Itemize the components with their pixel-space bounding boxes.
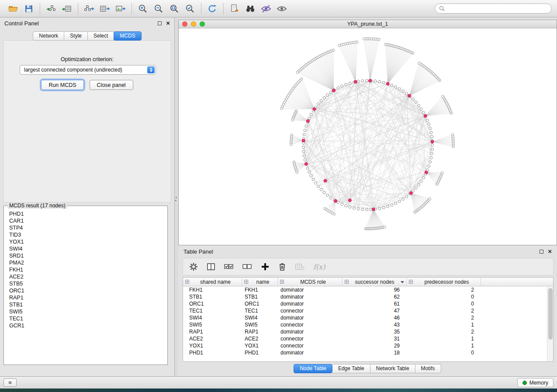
mcds-result-item[interactable]: TID3 xyxy=(5,231,166,238)
table-row[interactable]: FKH1FKH1dominator962 xyxy=(183,286,553,293)
save-button[interactable] xyxy=(21,2,37,15)
mcds-result-item[interactable]: PMA2 xyxy=(5,259,166,266)
mcds-result-item[interactable]: GCR1 xyxy=(5,322,166,329)
refresh-layout-button[interactable] xyxy=(204,2,220,15)
select-all-rows-button[interactable] xyxy=(224,263,234,271)
tab-motifs[interactable]: Motifs xyxy=(415,364,441,373)
scrollbar-thumb[interactable] xyxy=(548,288,553,340)
mcds-result-group: MCDS result (17 nodes) PHD1CAR1STP4TID3Y… xyxy=(3,203,168,365)
mcds-result-item[interactable]: STP4 xyxy=(5,224,166,231)
tab-mcds[interactable]: MCDS xyxy=(114,31,141,41)
export-image-button[interactable] xyxy=(113,2,128,15)
mcds-result-item[interactable]: TEC1 xyxy=(5,315,166,322)
mcds-result-item[interactable]: RAP1 xyxy=(5,294,166,301)
table-row[interactable]: PHD1PHD1dominator180 xyxy=(183,349,553,356)
window-minimize-button[interactable] xyxy=(191,21,196,27)
table-panel: Table Panel × xyxy=(178,247,557,375)
toolbar-separator xyxy=(40,3,40,14)
table-row[interactable]: ORC1ORC1dominator610 xyxy=(183,300,553,307)
zoom-out-button[interactable] xyxy=(151,2,166,15)
table-panel-close-icon[interactable]: × xyxy=(548,249,552,254)
table-row[interactable]: YOX1YOX1connector291 xyxy=(183,342,553,349)
import-table-file-button[interactable] xyxy=(59,2,75,15)
column-header-mcds-role[interactable]: MCDS role xyxy=(278,278,343,286)
toggle-columns-button[interactable] xyxy=(207,263,215,271)
zoom-fit-button[interactable] xyxy=(166,2,182,15)
show-graphics-button[interactable] xyxy=(274,2,290,15)
add-column-button[interactable] xyxy=(261,262,270,271)
tab-node-table[interactable]: Node Table xyxy=(294,364,332,373)
refresh-icon xyxy=(207,3,218,14)
table-panel-float-icon[interactable] xyxy=(540,250,543,254)
import-table-icon xyxy=(62,4,72,14)
search-box[interactable] xyxy=(435,3,552,14)
memory-status-icon xyxy=(522,381,527,385)
mcds-result-item[interactable]: PHD1 xyxy=(5,210,166,217)
close-panel-button[interactable]: Close panel xyxy=(90,80,133,90)
window-maximize-button[interactable] xyxy=(200,21,205,27)
table-row[interactable]: TEC1TEC1connector472 xyxy=(183,307,553,314)
tab-select[interactable]: Select xyxy=(88,31,114,41)
hide-details-button[interactable] xyxy=(258,2,274,15)
splitter-arrows-icon[interactable]: ◂▸ xyxy=(175,196,177,202)
panel-splitter[interactable]: ◂▸ xyxy=(175,17,178,376)
mcds-result-item[interactable]: SRD1 xyxy=(5,252,166,259)
mcds-result-item[interactable]: SWI5 xyxy=(5,308,166,315)
control-panel-float-icon[interactable] xyxy=(158,21,162,25)
delete-column-button[interactable] xyxy=(278,262,286,271)
menu-icon: ≡ xyxy=(8,379,12,386)
table-row[interactable]: STB1STB1dominator620 xyxy=(183,293,553,300)
mcds-result-item[interactable]: STB5 xyxy=(5,280,166,287)
network-canvas[interactable] xyxy=(179,28,557,245)
share-document-button[interactable] xyxy=(227,2,242,15)
mcds-result-list[interactable]: PHD1CAR1STP4TID3YOX1SWI4SRD1PMA2FKH1ACE2… xyxy=(5,210,166,364)
table-row[interactable]: SWI4SWI4dominator462 xyxy=(183,314,553,321)
column-header-successor-nodes[interactable]: successor nodes xyxy=(343,278,407,286)
zoom-in-button[interactable] xyxy=(135,2,151,15)
run-mcds-button[interactable]: Run MCDS xyxy=(41,80,83,90)
mcds-result-item[interactable]: SWI4 xyxy=(5,245,166,252)
zoom-selected-button[interactable] xyxy=(182,2,198,15)
network-graph[interactable] xyxy=(179,28,557,245)
cell-name: RAP1 xyxy=(242,328,278,335)
column-header-predecessor-nodes[interactable]: predecessor nodes xyxy=(407,278,481,286)
mcds-buttons-row: Run MCDS Close panel xyxy=(3,80,171,90)
column-header-shared-name[interactable]: shared name xyxy=(183,278,242,286)
open-folder-icon xyxy=(8,4,18,14)
export-network-button[interactable] xyxy=(81,2,97,15)
control-panel-close-icon[interactable]: × xyxy=(166,21,170,26)
search-input[interactable] xyxy=(447,6,547,12)
network-window-titlebar[interactable]: YPA_prune.txt_1 xyxy=(179,20,557,28)
column-header-name[interactable]: name xyxy=(242,278,278,286)
function-builder-button[interactable]: f(x) xyxy=(313,263,325,271)
window-close-button[interactable] xyxy=(182,21,187,27)
tab-network-table[interactable]: Network Table xyxy=(370,364,415,373)
cell-shared-name: TEC1 xyxy=(183,307,242,314)
export-network-icon xyxy=(84,4,94,14)
status-menu-button[interactable]: ≡ xyxy=(3,378,17,387)
import-network-file-button[interactable] xyxy=(43,2,59,15)
table-settings-button[interactable] xyxy=(189,262,198,271)
cell-name: SWI5 xyxy=(242,321,278,328)
export-table-button[interactable] xyxy=(97,2,113,15)
tab-edge-table[interactable]: Edge Table xyxy=(332,364,370,373)
table-row[interactable]: ACE2ACE2connector311 xyxy=(183,335,553,342)
mcds-result-item[interactable]: YOX1 xyxy=(5,238,166,245)
memory-button[interactable]: Memory xyxy=(517,378,554,387)
mcds-result-item[interactable]: FKH1 xyxy=(5,266,166,273)
mcds-result-item[interactable]: ACE2 xyxy=(5,273,166,280)
tab-network[interactable]: Network xyxy=(33,31,64,41)
open-file-button[interactable] xyxy=(5,2,21,15)
search-network-button[interactable] xyxy=(242,2,258,15)
hide-details-icon xyxy=(260,4,272,14)
table-row[interactable]: RAP1RAP1dominator352 xyxy=(183,328,553,335)
deselect-all-rows-button[interactable] xyxy=(242,263,252,271)
mcds-result-item[interactable]: STB1 xyxy=(5,301,166,308)
tab-style[interactable]: Style xyxy=(64,31,88,41)
table-scrollbar[interactable] xyxy=(547,287,553,361)
table-row[interactable]: SWI5SWI5connector431 xyxy=(183,321,553,328)
mcds-result-item[interactable]: ORC1 xyxy=(5,287,166,294)
mcds-result-item[interactable]: CAR1 xyxy=(5,217,166,224)
criterion-select[interactable]: largest connected component (undirected) xyxy=(20,65,156,75)
cell-mcds-role: dominator xyxy=(278,293,343,300)
